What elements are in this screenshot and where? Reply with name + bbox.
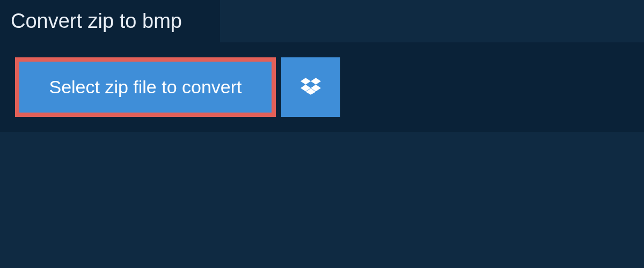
dropbox-icon xyxy=(301,76,321,98)
upload-button-row: Select zip file to convert xyxy=(15,57,629,117)
tab-header: Convert zip to bmp xyxy=(0,0,220,42)
content-area: Select zip file to convert xyxy=(0,42,644,132)
dropbox-button[interactable] xyxy=(281,57,340,117)
page-title: Convert zip to bmp xyxy=(11,10,203,33)
select-file-button[interactable]: Select zip file to convert xyxy=(19,62,272,113)
select-file-highlight: Select zip file to convert xyxy=(15,57,276,117)
